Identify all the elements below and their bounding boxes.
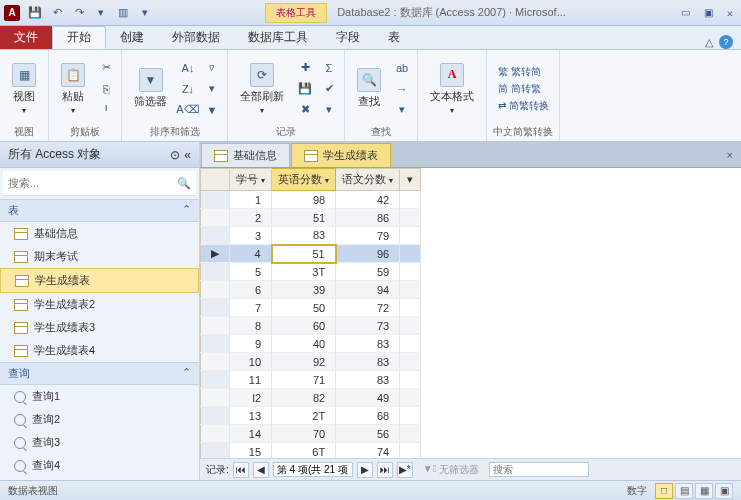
row-selector[interactable] — [201, 407, 230, 425]
nav-table-item[interactable]: 学生成绩表3 — [0, 316, 199, 339]
nav-header[interactable]: 所有 Access 对象 ⊙« — [0, 142, 199, 168]
tab-dbtools[interactable]: 数据库工具 — [234, 26, 322, 49]
cell[interactable]: 96 — [336, 245, 400, 263]
paste-button[interactable]: 📋粘贴▾ — [55, 61, 91, 117]
column-header[interactable]: 英语分数 ▾ — [272, 169, 336, 191]
nav-table-item[interactable]: 期末考试 — [0, 245, 199, 268]
document-tab[interactable]: 基础信息 — [201, 143, 290, 167]
row-selector[interactable] — [201, 353, 230, 371]
table-row[interactable]: 63994 — [201, 281, 421, 299]
tab-create[interactable]: 创建 — [106, 26, 158, 49]
cell[interactable]: 73 — [336, 317, 400, 335]
qat-save-icon[interactable]: 💾 — [26, 4, 44, 22]
tab-fields[interactable]: 字段 — [322, 26, 374, 49]
nav-table-item[interactable]: 基础信息 — [0, 222, 199, 245]
table-row[interactable]: 132T68 — [201, 407, 421, 425]
column-header[interactable]: 学号 ▾ — [230, 169, 272, 191]
cell[interactable]: 68 — [336, 407, 400, 425]
view-mode-button[interactable]: ▣ — [715, 483, 733, 499]
tab-file[interactable]: 文件 — [0, 26, 52, 49]
toggle-filter-icon[interactable]: ▼ — [203, 101, 221, 119]
table-row[interactable]: 147056 — [201, 425, 421, 443]
nav-table-item[interactable]: 学生成绩表 — [0, 268, 199, 293]
cell[interactable]: 10 — [230, 353, 272, 371]
cell[interactable]: 14 — [230, 425, 272, 443]
last-record-button[interactable]: ⏭ — [377, 462, 393, 478]
cell[interactable]: 86 — [336, 209, 400, 227]
row-selector[interactable] — [201, 443, 230, 459]
cell[interactable]: 79 — [336, 227, 400, 245]
cell[interactable]: 82 — [272, 389, 336, 407]
column-header[interactable]: 语文分数 ▾ — [336, 169, 400, 191]
delete-record-icon[interactable]: ✖ — [296, 101, 314, 119]
nav-table-item[interactable]: 学生成绩表2 — [0, 293, 199, 316]
row-selector[interactable] — [201, 371, 230, 389]
record-search-input[interactable] — [489, 462, 589, 477]
nav-query-item[interactable]: 查询1 — [0, 385, 199, 408]
maximize-icon[interactable]: ▣ — [700, 5, 717, 21]
nav-category-queries[interactable]: 查询⌃ — [0, 362, 199, 385]
table-row[interactable]: l28249 — [201, 389, 421, 407]
row-selector[interactable] — [201, 389, 230, 407]
cell[interactable]: 60 — [272, 317, 336, 335]
record-position-input[interactable] — [273, 462, 353, 477]
table-row[interactable]: ▶45196 — [201, 245, 421, 263]
replace-icon[interactable]: ab — [393, 59, 411, 77]
table-row[interactable]: 94083 — [201, 335, 421, 353]
cell[interactable]: 1 — [230, 191, 272, 209]
cell[interactable]: 39 — [272, 281, 336, 299]
cell[interactable]: 51 — [272, 209, 336, 227]
cell[interactable]: 92 — [272, 353, 336, 371]
help-icon[interactable]: ? — [719, 35, 733, 49]
table-row[interactable]: 156T74 — [201, 443, 421, 459]
table-row[interactable]: 19842 — [201, 191, 421, 209]
find-button[interactable]: 🔍查找 — [351, 66, 387, 111]
table-row[interactable]: 109283 — [201, 353, 421, 371]
row-selector[interactable] — [201, 263, 230, 281]
new-record-button[interactable]: ▶* — [397, 462, 413, 478]
prev-record-button[interactable]: ◀ — [253, 462, 269, 478]
nav-dropdown-icon[interactable]: ⊙ — [170, 148, 180, 162]
cell[interactable]: 4 — [230, 245, 272, 263]
cell[interactable]: 3 — [230, 227, 272, 245]
table-row[interactable]: 86073 — [201, 317, 421, 335]
cell[interactable]: 3T — [272, 263, 336, 281]
cell[interactable]: 98 — [272, 191, 336, 209]
minimize-icon[interactable]: ▭ — [677, 5, 694, 21]
advanced-filter-icon[interactable]: ▾ — [203, 80, 221, 98]
qat-extra1-icon[interactable]: ▥ — [114, 4, 132, 22]
cell[interactable]: 72 — [336, 299, 400, 317]
cell[interactable]: 40 — [272, 335, 336, 353]
cell[interactable]: 13 — [230, 407, 272, 425]
qat-more-icon[interactable]: ▾ — [92, 4, 110, 22]
simp-trad-convert-button[interactable]: ⇄简繁转换 — [496, 99, 551, 113]
cell[interactable]: 74 — [336, 443, 400, 459]
table-row[interactable]: 38379 — [201, 227, 421, 245]
textfmt-button[interactable]: A文本格式▾ — [424, 61, 480, 117]
cell[interactable]: 83 — [336, 353, 400, 371]
nav-query-item[interactable]: 查询2 — [0, 408, 199, 431]
nav-category-tables[interactable]: 表⌃ — [0, 199, 199, 222]
cell[interactable]: 8 — [230, 317, 272, 335]
sort-desc-icon[interactable]: Z↓ — [179, 80, 197, 98]
goto-icon[interactable]: → — [393, 80, 411, 98]
cell[interactable]: 5 — [230, 263, 272, 281]
add-column-header[interactable]: ▾ — [400, 169, 421, 191]
cell[interactable]: 50 — [272, 299, 336, 317]
cell[interactable]: 2T — [272, 407, 336, 425]
close-icon[interactable]: ⨉ — [723, 5, 737, 21]
row-selector[interactable] — [201, 191, 230, 209]
tab-external[interactable]: 外部数据 — [158, 26, 234, 49]
cell[interactable]: 7 — [230, 299, 272, 317]
cell[interactable]: l2 — [230, 389, 272, 407]
qat-redo-icon[interactable]: ↷ — [70, 4, 88, 22]
copy-icon[interactable]: ⎘ — [97, 80, 115, 98]
view-mode-button[interactable]: □ — [655, 483, 673, 499]
row-selector[interactable] — [201, 425, 230, 443]
spelling-icon[interactable]: ✔ — [320, 80, 338, 98]
cut-icon[interactable]: ✂ — [97, 59, 115, 77]
nav-query-item[interactable]: 查询3 — [0, 431, 199, 454]
next-record-button[interactable]: ▶ — [357, 462, 373, 478]
cell[interactable]: 6T — [272, 443, 336, 459]
nav-table-item[interactable]: 学生成绩表4 — [0, 339, 199, 362]
